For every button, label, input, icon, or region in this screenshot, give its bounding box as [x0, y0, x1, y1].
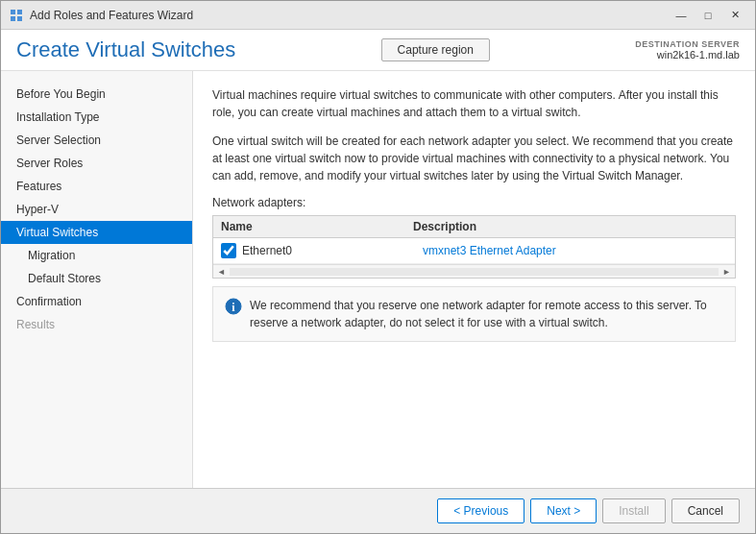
sidebar-item-default-stores[interactable]: Default Stores [1, 267, 192, 290]
sidebar-item-features[interactable]: Features [1, 175, 192, 198]
scrollbar-track[interactable] [230, 268, 719, 276]
sidebar-item-server-selection[interactable]: Server Selection [1, 129, 192, 152]
page-title: Create Virtual Switches [16, 37, 235, 62]
cancel-button[interactable]: Cancel [671, 498, 740, 523]
info-text: We recommend that you reserve one networ… [250, 297, 723, 331]
adapter-description: vmxnet3 Ethernet Adapter [423, 244, 727, 257]
table-scrollbar[interactable]: ◄ ► [213, 264, 735, 278]
network-adapters-label: Network adapters: [212, 196, 736, 209]
sidebar-item-migration[interactable]: Migration [1, 244, 192, 267]
sidebar: Before You Begin Installation Type Serve… [1, 71, 193, 488]
info-box: i We recommend that you reserve one netw… [212, 286, 736, 342]
info-icon: i [225, 298, 242, 315]
sidebar-item-hyper-v[interactable]: Hyper-V [1, 198, 192, 221]
col-header-name: Name [221, 220, 413, 233]
adapter-name: Ethernet0 [242, 244, 423, 257]
scroll-left-icon[interactable]: ◄ [217, 267, 226, 277]
title-bar: Add Roles and Features Wizard — □ ✕ [1, 1, 755, 30]
destination-server: win2k16-1.md.lab [635, 49, 740, 61]
main-content: Before You Begin Installation Type Serve… [1, 71, 755, 488]
table-row: Ethernet0 vmxnet3 Ethernet Adapter [213, 238, 735, 264]
col-header-description: Description [413, 220, 727, 233]
content-area: Virtual machines require virtual switche… [193, 71, 755, 488]
svg-rect-1 [17, 10, 22, 14]
footer: < Previous Next > Install Cancel [1, 488, 755, 533]
sidebar-item-before-you-begin[interactable]: Before You Begin [1, 83, 192, 106]
title-bar-text: Add Roles and Features Wizard [30, 9, 669, 22]
description-2: One virtual switch will be created for e… [212, 133, 736, 184]
svg-rect-3 [17, 16, 22, 21]
window-controls: — □ ✕ [669, 6, 747, 25]
scroll-right-icon[interactable]: ► [722, 267, 731, 277]
sidebar-item-server-roles[interactable]: Server Roles [1, 152, 192, 175]
main-window: Add Roles and Features Wizard — □ ✕ Crea… [0, 0, 756, 534]
minimize-button[interactable]: — [669, 6, 694, 25]
table-header: Name Description [213, 216, 735, 238]
destination-label: DESTINATION SERVER [635, 39, 740, 49]
sidebar-item-virtual-switches[interactable]: Virtual Switches [1, 221, 192, 244]
next-button[interactable]: Next > [530, 498, 597, 523]
capture-region-button[interactable]: Capture region [381, 38, 490, 61]
adapter-checkbox-ethernet0[interactable] [221, 243, 236, 258]
maximize-button[interactable]: □ [695, 6, 720, 25]
svg-rect-2 [11, 16, 15, 21]
header-bar: Create Virtual Switches Capture region D… [1, 30, 755, 71]
sidebar-item-installation-type[interactable]: Installation Type [1, 106, 192, 129]
sidebar-item-results: Results [1, 313, 192, 336]
adapters-table: Name Description Ethernet0 vmxnet3 Ether… [212, 215, 736, 279]
previous-button[interactable]: < Previous [437, 498, 524, 523]
destination-info: DESTINATION SERVER win2k16-1.md.lab [635, 39, 740, 61]
install-button: Install [602, 498, 665, 523]
svg-rect-0 [11, 10, 15, 14]
app-icon [9, 8, 24, 23]
sidebar-item-confirmation[interactable]: Confirmation [1, 290, 192, 313]
close-button[interactable]: ✕ [722, 6, 747, 25]
description-1: Virtual machines require virtual switche… [212, 86, 736, 121]
